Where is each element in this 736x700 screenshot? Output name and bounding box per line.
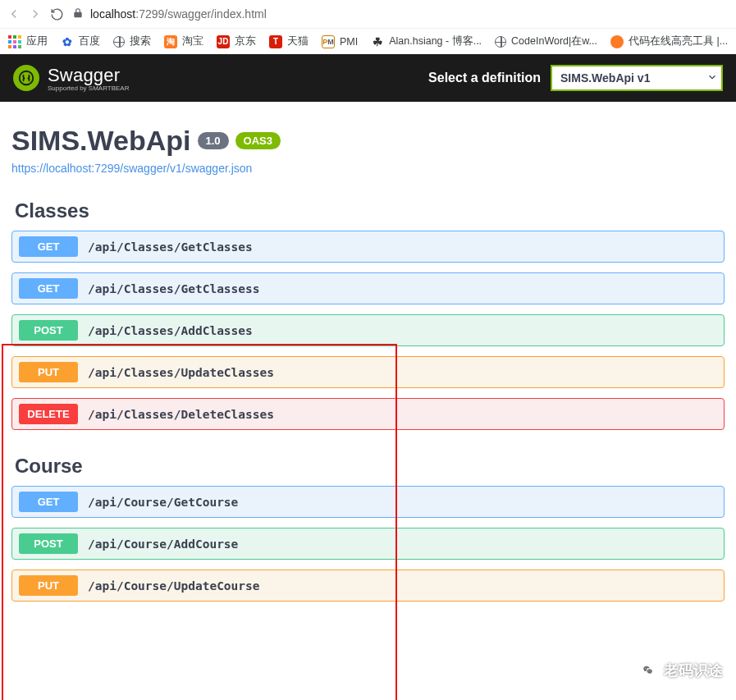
- oas-badge: OAS3: [235, 132, 281, 149]
- spec-url-link[interactable]: https://localhost:7299/swagger/v1/swagge…: [11, 162, 252, 175]
- bookmark-item[interactable]: 代码在线高亮工具 |...: [610, 34, 728, 48]
- operation-row[interactable]: GET/api/Classes/GetClassess: [11, 272, 725, 304]
- bookmark-item[interactable]: T天猫: [269, 34, 309, 48]
- method-badge: GET: [19, 492, 78, 512]
- swagger-main: SIMS.WebApi 1.0 OAS3 https://localhost:7…: [0, 102, 736, 623]
- url: localhost:7299/swagger/index.html: [90, 7, 267, 21]
- bookmark-item[interactable]: PMPMI: [322, 35, 358, 48]
- operation-row[interactable]: GET/api/Course/GetCourse: [11, 486, 725, 518]
- tag-header[interactable]: Course: [15, 455, 725, 478]
- swagger-topbar: Swagger Supported by SMARTBEAR Select a …: [0, 54, 736, 102]
- bookmark-label: 代码在线高亮工具 |...: [629, 34, 728, 48]
- swagger-logo: Swagger Supported by SMARTBEAR: [13, 65, 129, 92]
- operation-path: /api/Classes/DeleteClasses: [88, 408, 274, 421]
- address-bar[interactable]: localhost:7299/swagger/index.html: [71, 4, 729, 25]
- operation-row[interactable]: PUT/api/Course/UpdateCourse: [11, 570, 725, 602]
- brand-text: Swagger: [48, 65, 129, 86]
- bookmark-label: 京东: [235, 34, 256, 48]
- reload-icon[interactable]: [49, 7, 64, 21]
- bookmark-item[interactable]: CodeInWord|在w...: [495, 34, 597, 48]
- operation-row[interactable]: PUT/api/Classes/UpdateClasses: [11, 356, 725, 388]
- operations-container: ClassesGET/api/Classes/GetClassesGET/api…: [11, 199, 725, 602]
- bookmark-label: 淘宝: [182, 34, 203, 48]
- method-badge: POST: [19, 533, 78, 554]
- operation-path: /api/Course/UpdateCourse: [88, 579, 260, 592]
- swagger-logo-icon: [13, 65, 39, 91]
- method-badge: POST: [19, 320, 78, 341]
- operation-row[interactable]: GET/api/Classes/GetClasses: [11, 231, 725, 263]
- version-badge: 1.0: [198, 132, 229, 149]
- tag-header[interactable]: Classes: [15, 199, 725, 222]
- watermark-text: 老码识途: [664, 661, 723, 680]
- back-icon[interactable]: [7, 7, 21, 21]
- url-port: :7299: [135, 7, 164, 21]
- operation-path: /api/Course/GetCourse: [88, 496, 238, 509]
- bookmark-label: PMI: [340, 36, 358, 48]
- browser-toolbar: localhost:7299/swagger/index.html: [0, 0, 736, 28]
- operation-row[interactable]: POST/api/Course/AddCourse: [11, 528, 725, 560]
- url-host: localhost: [90, 7, 135, 21]
- bookmark-label: Alan.hsiang - 博客...: [389, 34, 482, 48]
- lock-icon: [72, 7, 84, 21]
- operation-row[interactable]: POST/api/Classes/AddClasses: [11, 314, 725, 346]
- url-path: /swagger/index.html: [164, 7, 267, 21]
- bookmark-label: 天猫: [287, 34, 309, 48]
- bookmark-item[interactable]: ✿百度: [61, 34, 100, 48]
- operation-row[interactable]: DELETE/api/Classes/DeleteClasses: [11, 398, 725, 430]
- bookmark-item[interactable]: JD京东: [217, 34, 256, 48]
- brand-subtext: Supported by SMARTBEAR: [48, 85, 129, 92]
- bookmark-item[interactable]: 应用: [8, 34, 48, 48]
- svg-point-0: [20, 71, 34, 85]
- operation-path: /api/Classes/GetClasses: [88, 240, 253, 254]
- operation-path: /api/Classes/UpdateClasses: [88, 366, 274, 379]
- method-badge: PUT: [19, 575, 78, 596]
- bookmark-label: 百度: [79, 34, 100, 48]
- bookmark-item[interactable]: ☘Alan.hsiang - 博客...: [371, 34, 482, 48]
- bookmarks-bar: 应用✿百度搜索淘淘宝JD京东T天猫PMPMI☘Alan.hsiang - 博客.…: [0, 28, 736, 54]
- bookmark-item[interactable]: 搜索: [113, 34, 151, 48]
- forward-icon[interactable]: [28, 7, 43, 21]
- bookmark-label: CodeInWord|在w...: [511, 34, 597, 48]
- wechat-icon: [639, 661, 657, 679]
- operation-path: /api/Classes/AddClasses: [88, 324, 253, 337]
- watermark: 老码识途: [639, 661, 723, 680]
- method-badge: GET: [19, 278, 78, 299]
- bookmark-item[interactable]: 淘淘宝: [164, 34, 203, 48]
- operation-path: /api/Classes/GetClassess: [88, 282, 260, 295]
- bookmark-label: 搜索: [130, 34, 151, 48]
- method-badge: GET: [19, 236, 78, 257]
- operation-path: /api/Course/AddCourse: [88, 538, 238, 551]
- api-title: SIMS.WebApi: [11, 125, 191, 157]
- method-badge: DELETE: [19, 404, 78, 424]
- select-definition-label: Select a definition: [428, 71, 541, 85]
- definition-select[interactable]: SIMS.WebApi v1: [551, 65, 723, 91]
- bookmark-label: 应用: [26, 34, 48, 48]
- method-badge: PUT: [19, 362, 78, 382]
